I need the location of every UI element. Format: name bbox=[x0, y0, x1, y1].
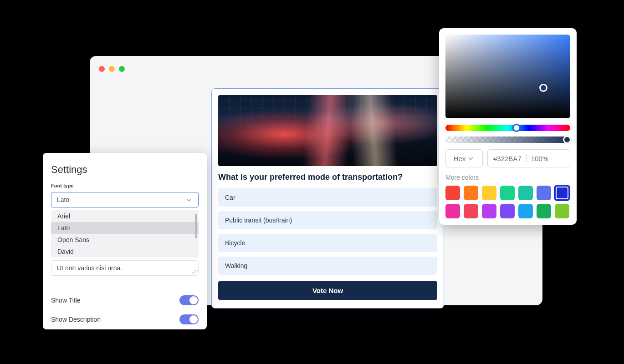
font-option[interactable]: David bbox=[51, 246, 199, 258]
color-swatch[interactable] bbox=[500, 204, 515, 218]
color-swatch[interactable] bbox=[518, 204, 533, 218]
show-title-row: Show Title bbox=[51, 291, 199, 310]
font-type-dropdown: Ariel Lato Open Sans David bbox=[51, 210, 199, 258]
color-swatch[interactable] bbox=[555, 204, 569, 218]
color-alpha-value: 100% bbox=[531, 155, 548, 162]
color-swatch[interactable] bbox=[518, 186, 533, 200]
dropdown-scrollbar[interactable] bbox=[195, 214, 197, 238]
sv-cursor[interactable] bbox=[539, 84, 547, 92]
show-description-toggle[interactable] bbox=[179, 314, 199, 324]
minimize-window-dot[interactable] bbox=[109, 66, 115, 72]
color-hex-value: #322BA7 bbox=[493, 155, 522, 162]
font-type-select[interactable]: Lato bbox=[51, 192, 199, 207]
description-textarea[interactable]: Ut non varius nisi urna. bbox=[51, 260, 199, 276]
show-title-toggle[interactable] bbox=[179, 295, 199, 305]
color-swatch[interactable] bbox=[537, 204, 551, 218]
font-option[interactable]: Open Sans bbox=[51, 234, 199, 246]
poll-card: What is your preferred mode of transport… bbox=[211, 88, 444, 308]
settings-panel: Settings Font type Lato Ariel Lato Open … bbox=[43, 153, 207, 329]
more-colors-label: More colors bbox=[445, 174, 570, 181]
show-title-label: Show Title bbox=[51, 297, 81, 304]
color-format-select[interactable]: Hex bbox=[445, 149, 483, 167]
chevron-down-icon bbox=[468, 155, 475, 162]
poll-hero-image bbox=[218, 95, 437, 166]
font-type-label: Font type bbox=[51, 183, 199, 188]
chevron-down-icon bbox=[186, 197, 193, 203]
show-description-label: Show Description bbox=[51, 316, 101, 323]
poll-option[interactable]: Public transit (bus/train) bbox=[218, 211, 437, 229]
color-swatch[interactable] bbox=[500, 186, 515, 200]
color-format-value: Hex bbox=[454, 155, 466, 162]
font-option[interactable]: Ariel bbox=[51, 210, 199, 222]
description-text: Ut non varius nisi urna. bbox=[57, 264, 122, 272]
color-swatch[interactable] bbox=[464, 204, 478, 218]
font-type-selected-value: Lato bbox=[57, 196, 69, 203]
show-description-row: Show Description bbox=[51, 310, 199, 329]
poll-question: What is your preferred mode of transport… bbox=[218, 172, 437, 182]
separator bbox=[526, 154, 527, 162]
resize-handle-icon[interactable] bbox=[192, 269, 197, 274]
color-swatch[interactable] bbox=[482, 204, 496, 218]
color-hex-input[interactable]: #322BA7 100% bbox=[487, 149, 570, 167]
saturation-value-area[interactable] bbox=[445, 35, 570, 118]
color-swatch[interactable] bbox=[537, 186, 551, 200]
window-traffic-lights bbox=[99, 66, 125, 72]
close-window-dot[interactable] bbox=[99, 66, 105, 72]
alpha-slider[interactable] bbox=[445, 136, 570, 143]
color-swatch[interactable] bbox=[555, 186, 569, 200]
divider bbox=[43, 286, 207, 286]
color-swatch[interactable] bbox=[445, 186, 460, 200]
poll-option[interactable]: Car bbox=[218, 188, 437, 207]
poll-option[interactable]: Walking bbox=[218, 257, 437, 275]
color-swatch[interactable] bbox=[464, 186, 478, 200]
poll-option[interactable]: Bicycle bbox=[218, 234, 437, 252]
maximize-window-dot[interactable] bbox=[119, 66, 125, 72]
color-swatch[interactable] bbox=[482, 186, 496, 200]
hue-slider[interactable] bbox=[445, 125, 570, 131]
swatch-grid bbox=[445, 186, 570, 218]
alpha-slider-handle[interactable] bbox=[563, 136, 571, 144]
settings-title: Settings bbox=[51, 164, 199, 176]
color-swatch[interactable] bbox=[445, 204, 460, 218]
color-picker-panel: Hex #322BA7 100% More colors bbox=[439, 28, 577, 225]
vote-now-button[interactable]: Vote Now bbox=[218, 281, 437, 300]
font-option[interactable]: Lato bbox=[51, 222, 199, 234]
hue-slider-handle[interactable] bbox=[512, 124, 521, 132]
poll-options-list: Car Public transit (bus/train) Bicycle W… bbox=[218, 188, 437, 275]
